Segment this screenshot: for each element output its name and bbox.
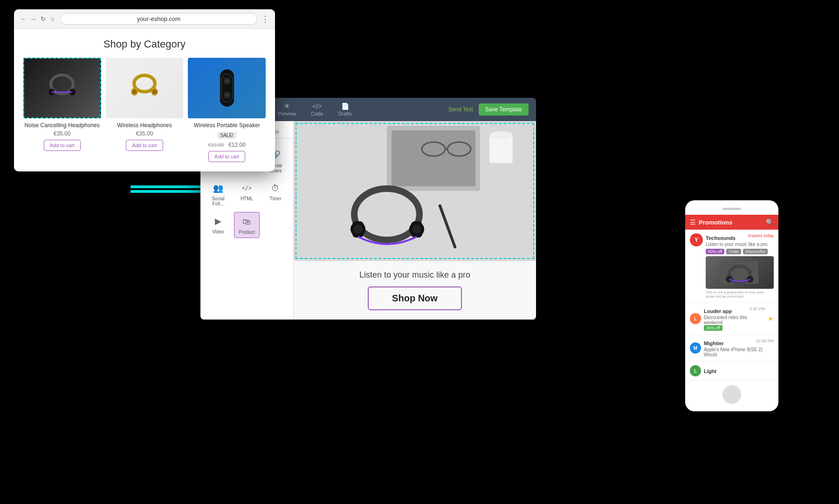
svg-point-15: [225, 79, 229, 83]
refresh-button[interactable]: ↻: [39, 15, 47, 23]
tool-html-label: HTML: [241, 196, 253, 201]
product-image-0: [23, 58, 101, 118]
svg-point-12: [153, 90, 157, 94]
phone-search-icon[interactable]: 🔍: [766, 218, 774, 226]
editor-canvas: Listen to your music like a pro Shop Now: [294, 121, 536, 320]
shop-title: Shop by Category: [23, 38, 266, 50]
canvas-tagline: Listen to your music like a pro: [303, 270, 527, 280]
product-card-1: Wireless Headphones €35.00 Add to cart: [106, 58, 184, 162]
shop-now-button[interactable]: Shop Now: [368, 286, 462, 310]
social-follow-icon: 👥: [212, 182, 225, 195]
promo-expires-0: Expires today: [748, 233, 774, 238]
new-price-2: €12.00: [228, 142, 246, 148]
svg-point-26: [489, 131, 513, 139]
add-to-cart-button-0[interactable]: Add to cart: [44, 140, 81, 151]
tab-drafts-label: Drafts: [338, 111, 352, 116]
tool-social-follow[interactable]: 👥 Social Foll...: [205, 179, 231, 209]
tool-social-follow-label: Social Foll...: [207, 196, 229, 206]
svg-rect-13: [220, 69, 234, 107]
product-name-2: Wireless Portable Speaker: [188, 122, 266, 129]
hamburger-menu-icon[interactable]: ☰: [690, 218, 696, 226]
canvas-hero: [294, 121, 536, 261]
phone-header-title: Promotions: [699, 219, 763, 226]
forward-button[interactable]: →: [29, 15, 37, 23]
browser-content: Shop by Category Noise Cancelling Headph…: [14, 29, 275, 171]
drafts-icon: 📄: [341, 102, 349, 110]
promo-avatar-3: L: [690, 365, 701, 376]
canvas-footer: Listen to your music like a pro Shop Now: [294, 261, 536, 320]
promo-note-0: This is not a guarantee of how your emai…: [706, 290, 774, 299]
browser-toolbar: ← → ↻ ⌂ your-eshop.com ⋮: [14, 9, 275, 29]
promo-tag-50off: 50% off: [706, 249, 724, 254]
product-card-2: Wireless Portable Speaker SALE! €19.00 €…: [188, 58, 266, 162]
promo-tag-30off: 30% off: [704, 325, 722, 331]
promo-sender-3: Light: [704, 368, 716, 374]
tool-video-label: Video: [212, 229, 224, 234]
promo-content-0: Techsounds Expires today Listen to your …: [706, 233, 774, 299]
tab-code-label: Code: [311, 111, 323, 116]
product-image-1: [106, 58, 184, 118]
promo-thumbnail-0: [706, 256, 774, 289]
promo-item-mightier[interactable]: M Mightier 12:38 PM Apple's New iPhone 9…: [685, 335, 778, 361]
back-button[interactable]: ←: [20, 15, 27, 23]
svg-point-17: [225, 93, 229, 97]
svg-rect-21: [392, 130, 475, 186]
home-button[interactable]: ⌂: [49, 15, 56, 23]
promo-sender-0: Techsounds: [706, 235, 736, 241]
tool-product[interactable]: 🛍 Product: [234, 212, 260, 238]
svg-point-11: [132, 90, 136, 94]
timer-icon: ⏱: [269, 182, 282, 195]
promo-row-0: Y Techsounds Expires today Listen to you…: [690, 233, 774, 299]
star-icon: ★: [768, 315, 774, 322]
products-grid: Noise Cancelling Headphones €35.00 Add t…: [23, 58, 266, 162]
promo-tag-code: Code: [726, 249, 741, 254]
add-to-cart-button-1[interactable]: Add to cart: [126, 140, 163, 151]
promo-item-light[interactable]: L Light: [685, 361, 778, 381]
send-test-button[interactable]: Send Test: [448, 106, 473, 113]
product-price-1: €35.00: [106, 130, 184, 137]
product-image-2: [188, 58, 266, 118]
promo-tags-0: 50% off Code Disound50: [706, 249, 774, 254]
promo-avatar-0: Y: [690, 233, 703, 246]
address-bar[interactable]: your-eshop.com: [60, 13, 257, 25]
mobile-phone: ☰ Promotions 🔍 Y Techsounds Expires toda…: [685, 200, 778, 411]
tab-preview[interactable]: 👁 Preview: [271, 101, 303, 118]
tool-video[interactable]: ▶ Video: [205, 212, 231, 238]
video-icon: ▶: [212, 215, 225, 228]
promo-tag-discount50: Disound50: [743, 249, 768, 254]
tab-preview-label: Preview: [278, 111, 296, 116]
promo-tags-1: 30% off: [704, 325, 765, 331]
browser-nav-buttons: ← → ↻ ⌂: [20, 15, 56, 23]
tool-html[interactable]: </> HTML: [234, 179, 260, 209]
promo-desc-2: Apple's New iPhone 9(SE 2) Would: [704, 347, 774, 357]
phone-header: ☰ Promotions 🔍: [685, 215, 778, 230]
tool-timer[interactable]: ⏱ Timer: [262, 179, 289, 209]
tab-drafts[interactable]: 📄 Drafts: [332, 101, 358, 118]
promo-time-2: 12:38 PM: [756, 339, 774, 343]
tab-code[interactable]: </> Code: [304, 101, 330, 118]
code-icon: </>: [312, 102, 322, 110]
product-price-0: €35.00: [23, 130, 101, 137]
phone-home-button[interactable]: [722, 385, 741, 404]
save-template-button[interactable]: Save Template: [479, 103, 529, 116]
html-icon: </>: [240, 182, 253, 195]
add-to-cart-button-2[interactable]: Add to cart: [208, 151, 245, 162]
product-name-0: Noise Cancelling Headphones: [23, 122, 101, 129]
product-icon: 🛍: [240, 215, 253, 228]
promo-desc-1: Discounted rides this weekend: [704, 315, 765, 325]
old-price-2: €19.00: [208, 142, 224, 148]
promo-desc-0: Listen to your music like a pro: [706, 242, 774, 247]
promo-item-techsounds[interactable]: Y Techsounds Expires today Listen to you…: [685, 230, 778, 303]
promo-content-3: Light: [704, 367, 774, 375]
browser-menu-icon[interactable]: ⋮: [261, 14, 269, 24]
product-card-0: Noise Cancelling Headphones €35.00 Add t…: [23, 58, 101, 162]
promo-avatar-1: L: [690, 313, 701, 324]
svg-rect-25: [489, 135, 513, 163]
promo-item-louder[interactable]: L Louder app 3:30 PM Discounted rides th…: [685, 303, 778, 335]
browser-window: ← → ↻ ⌂ your-eshop.com ⋮ Shop by Categor…: [14, 9, 275, 171]
promo-content-1: Louder app 3:30 PM Discounted rides this…: [704, 306, 765, 331]
promo-sender-1: Louder app: [704, 308, 732, 314]
tool-timer-label: Timer: [270, 196, 282, 201]
promo-sender-2: Mightier: [704, 341, 724, 346]
svg-point-6: [134, 75, 155, 92]
